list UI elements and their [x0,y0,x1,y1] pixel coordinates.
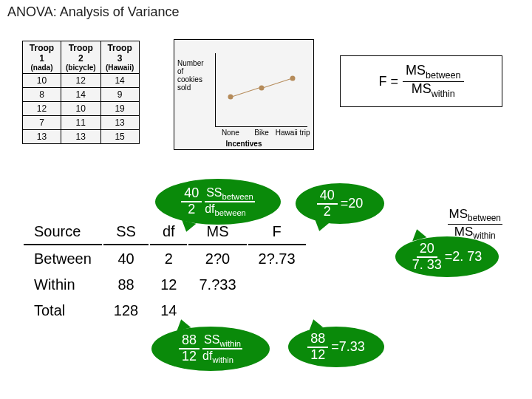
cell: 2 [150,247,187,271]
page-title: ANOVA: Analysis of Variance [7,4,179,20]
callout-tail [307,318,324,332]
col-header: Troop 2 [69,43,93,64]
formula-sub: within [219,339,241,348]
cell: 2?0 [188,247,246,271]
callout-msbetween: 402 =20 [296,183,384,224]
callout-sswithin: 8812 SSwithin dfwithin [151,327,270,371]
cell: 10 [61,102,101,116]
formula-den: MS [412,81,432,96]
chart-plot-area: None Bike Hawaii trip [215,53,307,127]
top-row: Troop 1(nada) Troop 2(bicycle) Troop 3(H… [15,33,517,151]
troop-data-table: Troop 1(nada) Troop 2(bicycle) Troop 3(H… [22,41,140,144]
chart-point [290,75,296,81]
lower-section: Source SS df MS F Between 40 2 2?0 2?.73… [22,185,510,392]
col-header: F [248,219,306,245]
table-row: Between 40 2 2?0 2?.73 [24,247,306,271]
fraction-den: 2 [324,205,331,219]
fraction-num: 20 [417,242,437,258]
col-subheader: (nada) [27,64,56,72]
table-row: 121019 [23,102,140,116]
table-row: 71113 [23,116,140,130]
formula-sym: df [205,202,214,215]
callout-ssbetween: 402 SSbetween dfbetween [155,179,281,225]
f-formula: F = MSbetween MSwithin [378,64,463,99]
fraction-den: 7. 33 [412,258,442,273]
result: =7.33 [331,339,365,355]
fraction-den: 12 [182,349,197,364]
col-header: SS [103,219,149,245]
col-subheader: (Hawaii) [106,64,134,72]
cell: 128 [103,299,149,323]
formula-sub: between [468,213,501,223]
table-row: Troop 1(nada) Troop 2(bicycle) Troop 3(H… [23,41,140,74]
callout-mswithin: 8812 =7.33 [288,327,384,367]
cell: 13 [23,130,61,144]
ms-ratio-formula: MSbetween MSwithin [448,207,502,241]
table-row: 131315 [23,130,140,144]
fraction-num: 40 [181,186,202,202]
cell: Total [24,299,102,323]
cell: 13 [100,116,139,130]
incentives-chart: Number of cookies sold None Bike Hawaii … [174,39,314,150]
chart-line [262,78,291,89]
chart-ylabel: Number of cookies sold [177,59,211,92]
chart-point [259,85,265,90]
cell: 11 [61,116,101,130]
table-row: Within 88 12 7.?33 [24,273,306,297]
cell: 7 [23,116,61,130]
cell: 7.?33 [188,273,246,297]
cell: 12 [61,74,101,88]
callout-tail [410,228,427,242]
fraction-den: 12 [310,348,325,363]
table-row: Total 128 14 [24,299,306,323]
anova-source-table: Source SS df MS F Between 40 2 2?0 2?.73… [22,218,307,324]
formula-num-sub: between [426,70,461,81]
cell: 9 [100,88,139,102]
fraction-den: 2 [188,202,195,217]
formula-sym: MS [449,207,468,221]
chart-line [231,87,260,98]
cell: 88 [103,273,149,297]
col-header: Troop 3 [107,43,132,64]
formula-sub: within [212,355,233,364]
formula-num: MS [406,63,426,78]
fraction-num: 40 [317,188,338,205]
formula-sym: MS [454,225,474,239]
col-header: Source [24,219,102,245]
formula-sub: between [215,208,246,217]
col-header: Troop 1 [30,43,54,64]
formula-sub: within [473,231,495,241]
chart-xlabel: Incentives [226,140,262,148]
cell: 14 [100,74,139,88]
f-formula-box: F = MSbetween MSwithin [340,55,502,107]
cell: 10 [23,74,61,88]
table-row: Source SS df MS F [24,219,306,245]
chart-point [228,95,233,100]
cell: 19 [100,102,139,116]
result: =2. 73 [445,249,482,265]
fraction-num: 88 [179,333,200,349]
chart-xtick: None [222,129,239,137]
col-subheader: (bicycle) [66,64,96,72]
cell: 14 [61,88,101,102]
cell [188,299,246,323]
formula-lhs: F = [378,74,398,89]
callout-fvalue: 207. 33 =2. 73 [395,236,499,277]
formula-sym: SS [204,333,219,346]
chart-xtick: Bike [254,129,268,137]
formula-sym: SS [206,186,222,199]
formula-den-sub: within [432,88,455,98]
cell: 12 [23,102,61,116]
cell: 13 [61,130,101,144]
callout-tail [313,219,330,233]
cell: 2?.73 [248,247,306,271]
formula-sym: df [202,349,212,362]
formula-sub: between [222,192,253,201]
fraction-num: 88 [307,332,328,348]
table-row: 8149 [23,88,140,102]
cell: Within [24,273,102,297]
cell: 15 [100,130,139,144]
cell [248,273,306,297]
table-row: 101214 [23,74,140,88]
cell: 12 [150,273,187,297]
